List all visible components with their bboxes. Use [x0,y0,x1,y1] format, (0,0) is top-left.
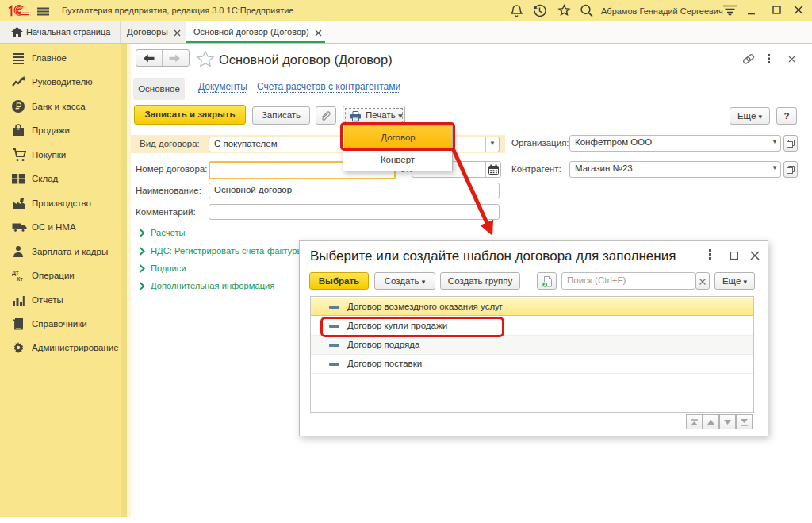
svg-text:Дт: Дт [12,270,19,276]
svg-text:Кт: Кт [17,276,23,282]
